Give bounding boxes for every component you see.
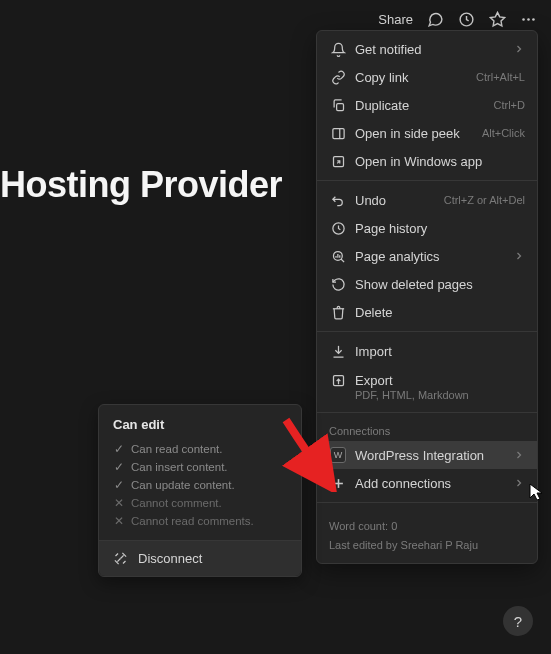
menu-item-label: Import — [355, 344, 525, 359]
menu-copy-link[interactable]: Copy link Ctrl+Alt+L — [317, 63, 537, 91]
shortcut-label: Ctrl+Z or Alt+Del — [444, 194, 525, 206]
permission-text: Can read content. — [131, 443, 222, 455]
trash-icon — [329, 305, 347, 320]
page-title: Hosting Provider — [0, 164, 282, 206]
menu-wordpress-integration[interactable]: W WordPress Integration — [317, 441, 537, 469]
shortcut-label: Ctrl+Alt+L — [476, 71, 525, 83]
menu-open-side-peek[interactable]: Open in side peek Alt+Click — [317, 119, 537, 147]
menu-export[interactable]: Export — [317, 365, 537, 393]
menu-item-label: Undo — [355, 193, 436, 208]
menu-divider — [317, 180, 537, 181]
menu-show-deleted-pages[interactable]: Show deleted pages — [317, 270, 537, 298]
menu-undo[interactable]: Undo Ctrl+Z or Alt+Del — [317, 186, 537, 214]
chevron-right-icon — [513, 449, 525, 461]
menu-page-analytics[interactable]: Page analytics — [317, 242, 537, 270]
disconnect-label: Disconnect — [138, 551, 202, 566]
topbar: Share — [0, 0, 551, 34]
last-edited-text: Last edited by Sreehari P Raju — [329, 536, 525, 555]
restore-icon — [329, 277, 347, 292]
svg-point-3 — [527, 18, 530, 21]
help-button[interactable]: ? — [503, 606, 533, 636]
menu-item-label: Open in Windows app — [355, 154, 525, 169]
menu-item-label: Export — [355, 373, 525, 388]
help-label: ? — [514, 613, 522, 630]
permission-text: Can update content. — [131, 479, 235, 491]
permissions-list: ✓Can read content.✓Can insert content.✓C… — [99, 440, 301, 530]
menu-item-label: Page analytics — [355, 249, 505, 264]
menu-divider — [317, 412, 537, 413]
check-icon: ✓ — [113, 460, 125, 474]
undo-icon — [329, 193, 347, 208]
menu-delete[interactable]: Delete — [317, 298, 537, 326]
menu-item-label: Open in side peek — [355, 126, 474, 141]
svg-rect-6 — [332, 128, 343, 138]
bell-icon — [329, 42, 347, 57]
chevron-right-icon — [513, 43, 525, 55]
share-button[interactable]: Share — [378, 12, 413, 27]
permission-text: Cannot comment. — [131, 497, 222, 509]
connections-section-label: Connections — [317, 418, 537, 441]
shortcut-label: Alt+Click — [482, 127, 525, 139]
history-icon — [329, 221, 347, 236]
more-icon[interactable] — [520, 11, 537, 28]
chevron-right-icon — [513, 477, 525, 489]
word-count-text: Word count: 0 — [329, 517, 525, 536]
menu-get-notified[interactable]: Get notified — [317, 35, 537, 63]
svg-point-4 — [532, 18, 535, 21]
shortcut-label: Ctrl+D — [494, 99, 525, 111]
export-icon — [329, 373, 347, 388]
comments-icon[interactable] — [427, 11, 444, 28]
permission-item: ✓Can insert content. — [99, 458, 301, 476]
permission-item: ✕Cannot comment. — [99, 494, 301, 512]
star-icon[interactable] — [489, 11, 506, 28]
svg-marker-1 — [490, 12, 504, 25]
permission-text: Can insert content. — [131, 461, 228, 473]
menu-item-label: Show deleted pages — [355, 277, 525, 292]
page-context-menu: Get notified Copy link Ctrl+Alt+L Duplic… — [316, 30, 538, 564]
disconnect-icon — [113, 551, 128, 566]
menu-duplicate[interactable]: Duplicate Ctrl+D — [317, 91, 537, 119]
menu-add-connections[interactable]: Add connections — [317, 469, 537, 497]
popover-title: Can edit — [99, 415, 301, 440]
menu-divider — [317, 331, 537, 332]
chevron-right-icon — [513, 250, 525, 262]
permission-item: ✓Can update content. — [99, 476, 301, 494]
link-icon — [329, 70, 347, 85]
import-icon — [329, 344, 347, 359]
analytics-icon — [329, 249, 347, 264]
check-icon: ✓ — [113, 478, 125, 492]
menu-divider — [317, 502, 537, 503]
menu-import[interactable]: Import — [317, 337, 537, 365]
clock-icon[interactable] — [458, 11, 475, 28]
menu-page-history[interactable]: Page history — [317, 214, 537, 242]
side-peek-icon — [329, 126, 347, 141]
external-icon — [329, 154, 347, 169]
wordpress-icon: W — [329, 447, 347, 463]
check-icon: ✓ — [113, 442, 125, 456]
menu-open-windows-app[interactable]: Open in Windows app — [317, 147, 537, 175]
permissions-popover: Can edit ✓Can read content.✓Can insert c… — [98, 404, 302, 577]
menu-item-label: Add connections — [355, 476, 505, 491]
permission-item: ✓Can read content. — [99, 440, 301, 458]
permission-text: Cannot read comments. — [131, 515, 254, 527]
svg-point-2 — [522, 18, 525, 21]
svg-line-11 — [341, 259, 344, 262]
menu-item-label: Get notified — [355, 42, 505, 57]
disconnect-button[interactable]: Disconnect — [99, 540, 301, 576]
menu-item-label: Page history — [355, 221, 525, 236]
menu-item-label: Copy link — [355, 70, 468, 85]
x-icon: ✕ — [113, 496, 125, 510]
svg-rect-5 — [336, 103, 343, 110]
menu-footer: Word count: 0 Last edited by Sreehari P … — [317, 508, 537, 559]
menu-item-label: Duplicate — [355, 98, 486, 113]
x-icon: ✕ — [113, 514, 125, 528]
menu-item-label: WordPress Integration — [355, 448, 505, 463]
plus-icon — [329, 476, 347, 491]
duplicate-icon — [329, 98, 347, 113]
menu-item-label: Delete — [355, 305, 525, 320]
permission-item: ✕Cannot read comments. — [99, 512, 301, 530]
